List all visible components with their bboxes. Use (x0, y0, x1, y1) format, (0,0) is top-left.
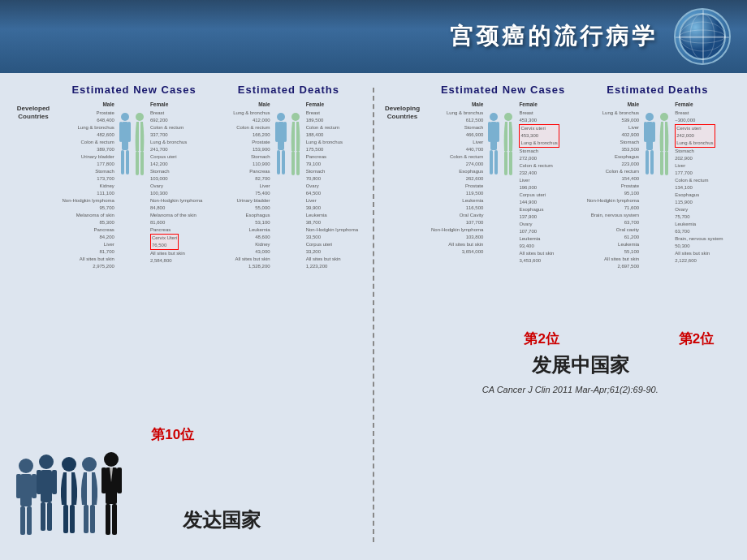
svg-rect-50 (488, 122, 491, 142)
svg-rect-25 (16, 474, 21, 498)
svg-rect-56 (509, 151, 512, 175)
svg-rect-34 (47, 502, 52, 531)
svg-point-54 (504, 113, 512, 121)
svg-rect-9 (121, 150, 124, 174)
right-male-new-cases: Male Lung & bronchus612,500 Stomach466,9… (424, 101, 486, 265)
svg-rect-46 (112, 504, 117, 535)
svg-point-5 (121, 113, 129, 121)
right-country-label: 发展中国家 (382, 352, 736, 378)
panel-divider (373, 88, 375, 542)
right-body-deaths (641, 101, 673, 270)
svg-rect-22 (296, 151, 300, 175)
right-section-label: DevelopingCountries (382, 101, 424, 122)
svg-rect-53 (494, 150, 498, 174)
header: 宫颈癌的流行病学 (0, 0, 747, 73)
left-female-deaths: Female Breast189,500 Colon & rectum188,4… (304, 101, 366, 270)
svg-point-29 (39, 454, 54, 469)
right-body-new (485, 101, 517, 265)
svg-rect-27 (20, 506, 25, 535)
svg-point-23 (19, 459, 33, 473)
svg-rect-12 (136, 151, 139, 175)
svg-rect-44 (117, 467, 122, 493)
svg-rect-31 (37, 470, 41, 494)
svg-rect-45 (106, 504, 110, 535)
svg-rect-30 (41, 470, 52, 502)
citation: CA Cancer J Clin 2011 Mar-Apr;61(2):69-9… (382, 385, 736, 394)
right-rank2: 第2位 (658, 330, 735, 348)
svg-rect-49 (490, 122, 497, 150)
svg-point-57 (646, 113, 654, 121)
svg-rect-19 (282, 150, 285, 174)
svg-rect-33 (41, 502, 45, 531)
svg-point-1 (690, 14, 715, 59)
svg-rect-17 (283, 122, 287, 142)
svg-point-41 (104, 452, 119, 467)
svg-point-20 (291, 113, 300, 121)
svg-rect-55 (504, 151, 507, 175)
svg-rect-39 (84, 505, 89, 533)
svg-point-48 (490, 113, 498, 121)
left-body-figures-deaths (272, 101, 304, 270)
left-deaths-header: Estimated Deaths (211, 84, 365, 96)
right-rank1: 第2位 (503, 330, 581, 348)
svg-rect-26 (32, 474, 37, 498)
svg-point-0 (680, 14, 725, 59)
svg-rect-43 (101, 467, 106, 493)
left-panel: Estimated New Cases Estimated Deaths Dev… (8, 80, 370, 554)
globe-icon (674, 8, 731, 65)
right-new-cases-header: Estimated New Cases (426, 84, 581, 96)
left-section-label: DevelopedCountries (12, 101, 54, 122)
svg-rect-10 (126, 150, 129, 174)
svg-rect-37 (70, 505, 75, 533)
svg-point-3 (680, 22, 725, 51)
svg-point-14 (277, 113, 285, 121)
svg-rect-59 (644, 122, 647, 142)
left-new-cases-header: Estimated New Cases (57, 84, 211, 96)
svg-point-35 (62, 457, 76, 472)
svg-rect-60 (652, 122, 655, 142)
svg-rect-58 (646, 122, 653, 150)
svg-rect-51 (496, 122, 499, 142)
right-deaths-header: Estimated Deaths (581, 84, 735, 96)
left-body-figures (116, 101, 149, 270)
svg-rect-24 (20, 474, 32, 506)
svg-point-2 (680, 30, 725, 43)
left-rank: 第10位 (134, 425, 211, 444)
svg-rect-16 (275, 122, 279, 142)
svg-rect-36 (63, 505, 68, 533)
right-male-deaths: Male Lung & bronchus539,000 Liver402,900… (579, 101, 641, 270)
svg-rect-15 (278, 122, 284, 150)
svg-rect-61 (646, 150, 649, 174)
svg-point-11 (136, 113, 144, 121)
svg-rect-52 (490, 150, 493, 174)
svg-rect-32 (52, 470, 57, 494)
svg-point-38 (82, 457, 97, 472)
left-male-new-cases: Male Prostate648,400 Lung & bronchus482,… (54, 101, 116, 270)
right-female-deaths: Female Breast~300,000 Cervix uteri242,00… (673, 101, 735, 270)
svg-rect-6 (122, 122, 128, 150)
svg-rect-64 (660, 151, 663, 175)
right-panel: Estimated New Cases Estimated Deaths Dev… (378, 80, 740, 554)
left-country-label: 发达国家 (183, 507, 261, 533)
svg-point-63 (660, 113, 668, 121)
page-title: 宫颈癌的流行病学 (450, 21, 658, 52)
svg-rect-18 (277, 150, 280, 174)
svg-rect-40 (90, 505, 95, 533)
svg-rect-7 (119, 122, 123, 142)
svg-rect-8 (127, 122, 131, 142)
svg-rect-28 (27, 506, 32, 535)
svg-rect-21 (291, 151, 295, 175)
left-male-deaths: Male Lung & bronchus412,000 Colon & rect… (210, 101, 272, 270)
left-female-new-cases: Female Breast692,200 Colon & rectum337,7… (149, 101, 210, 270)
svg-rect-13 (140, 151, 144, 175)
svg-rect-62 (650, 150, 654, 174)
right-female-new-cases: Female Breast453,300 Cervix uteri453,300… (517, 101, 579, 265)
svg-rect-65 (665, 151, 668, 175)
